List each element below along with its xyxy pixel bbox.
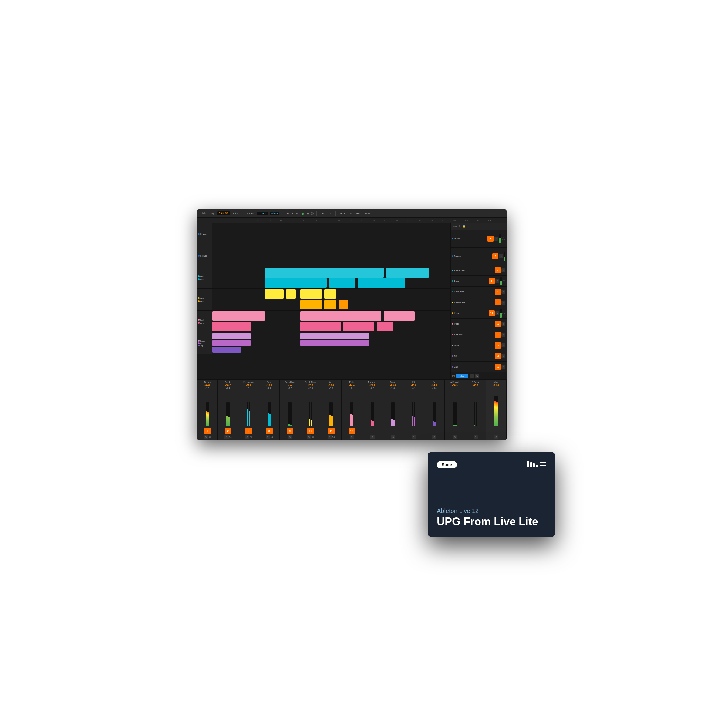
ch-perc-num[interactable]: 3 (245, 428, 252, 434)
track-pads-label[interactable]: Pads Amb (197, 310, 213, 332)
rs-drums-s[interactable]: S (494, 237, 498, 240)
keys-clip-1[interactable] (300, 300, 322, 309)
rs-fx-s[interactable]: S (502, 354, 505, 358)
key-display[interactable]: C#/D♭ (257, 212, 268, 216)
rs-drone-num[interactable]: 17 (495, 343, 501, 349)
ch-main-s-btn[interactable]: S (494, 435, 499, 439)
lock-icon[interactable]: 🔒 (463, 225, 466, 228)
scale-display[interactable]: Minor (270, 212, 280, 216)
synth-clip-3[interactable] (300, 289, 322, 299)
track-perc-label[interactable]: Perc Bass (197, 267, 213, 289)
amb-clip-3[interactable] (343, 322, 374, 331)
stop-btn[interactable]: ■ (307, 211, 309, 216)
ch-drums-s-btn[interactable]: S (204, 435, 208, 439)
track-breaks-label[interactable]: Breaks (197, 245, 213, 267)
ch-zap-s-btn[interactable]: S (432, 435, 436, 439)
rs-main-btn[interactable]: Main (456, 374, 468, 378)
bars-btn[interactable]: 2 Bars (245, 212, 255, 216)
ch-bass-num[interactable]: 8 (266, 428, 273, 434)
perc-clip-1[interactable] (265, 268, 384, 278)
position-display: 31 . 1 . 44 (285, 212, 300, 216)
pads-clip-1[interactable] (213, 311, 265, 321)
rs-hw-btn[interactable]: H (470, 374, 474, 378)
ch-b-delay-s-btn[interactable]: S (474, 435, 478, 439)
ch-bass-s-btn[interactable]: S (266, 435, 270, 439)
fx-clip-2[interactable] (300, 340, 369, 346)
drone-clip-2[interactable] (300, 333, 369, 340)
tap-btn[interactable]: Tap (209, 212, 216, 216)
rs-w-btn[interactable]: W (475, 374, 479, 378)
ch-pads-s-btn[interactable]: S (350, 435, 354, 439)
synth-clip-1[interactable] (265, 289, 284, 299)
rs-perc-s[interactable]: S (502, 268, 505, 272)
bpm-display[interactable]: 175.00 (217, 211, 230, 216)
amb-clip-2[interactable] (300, 322, 341, 331)
synth-clip-4[interactable] (324, 289, 336, 299)
rs-perc-name: Percussion (454, 269, 494, 271)
bass-clip-2[interactable] (329, 278, 355, 288)
rs-ambience-num[interactable]: 16 (495, 332, 501, 338)
rs-bass-drop-s[interactable]: S (502, 290, 505, 294)
track-drone-label[interactable]: Drone FX Zap (197, 332, 213, 354)
play-btn[interactable]: ▶ (301, 211, 305, 216)
amb-clip-4[interactable] (377, 322, 393, 331)
ch-perc-s-btn[interactable]: S (245, 435, 249, 439)
rs-bass-drop-num[interactable]: 9 (495, 289, 501, 295)
drone-fx-clips (213, 332, 450, 354)
rs-pads-s[interactable]: S (502, 322, 505, 326)
rs-bass-s[interactable]: S (496, 279, 499, 283)
track-drums-label[interactable]: Drums (197, 223, 213, 245)
synth-clip-2[interactable] (286, 289, 295, 299)
rs-bass-num[interactable]: 8 (489, 278, 495, 284)
zap-clip-1[interactable] (213, 347, 241, 353)
ch-breaks-num[interactable]: 2 (225, 428, 231, 434)
pads-clip-2[interactable] (300, 311, 381, 321)
keys-clip-2[interactable] (324, 300, 336, 309)
ch-drums-num[interactable]: 1 (204, 428, 211, 434)
ch-pads-num[interactable]: 12 (349, 428, 355, 434)
rs-perc-num[interactable]: 3 (495, 267, 501, 273)
rs-keys-meter-fill (500, 314, 502, 318)
track-synth-label[interactable]: Synth Keys (197, 289, 213, 310)
bass-clip-1[interactable] (265, 278, 327, 288)
ch-synth-num[interactable]: 10 (307, 428, 314, 434)
bass-clip-4[interactable] (386, 278, 405, 288)
ch-bass-drop-s-btn[interactable]: S (288, 435, 292, 439)
rs-keys-s[interactable]: S (496, 311, 499, 315)
rs-pads-name: Pads (454, 323, 494, 325)
time-sig: 4 / 4 (232, 212, 240, 216)
rs-zap-s[interactable]: S (502, 365, 505, 369)
perc-clip-2[interactable] (386, 268, 429, 278)
ch-synth-s-btn[interactable]: S (307, 435, 311, 439)
rs-ambience-s[interactable]: S (502, 333, 505, 337)
ch-ambience-s-btn[interactable]: S (370, 435, 375, 439)
ch-perc-extra: 54 (250, 436, 252, 438)
ch-a-reverb-s-btn[interactable]: S (453, 435, 457, 439)
ch-a-reverb-meters (453, 402, 457, 427)
fx-clip-1[interactable] (213, 340, 251, 346)
amb-clip-1[interactable] (213, 322, 251, 331)
ch-drone-s-btn[interactable]: S (391, 435, 395, 439)
rs-drone-s[interactable]: S (502, 343, 505, 347)
edit-icon[interactable]: ✎ (459, 225, 461, 228)
drone-clip-1[interactable] (213, 333, 251, 340)
ch-fx-s-btn[interactable]: S (411, 435, 416, 439)
ch-bass-drop-num[interactable]: 9 (287, 428, 293, 434)
rs-pads-num[interactable]: 12 (495, 321, 501, 327)
rs-keys-num[interactable]: 11 (489, 310, 495, 317)
ch-breaks-s-btn[interactable]: S (225, 435, 229, 439)
rs-breaks-num[interactable]: 2 (492, 253, 499, 259)
rs-zap-num[interactable]: 19 (495, 364, 501, 370)
rs-drums-num[interactable]: 1 (488, 236, 494, 242)
record-btn[interactable] (310, 212, 314, 215)
ch-pads-meters (350, 402, 353, 427)
ch-keys-s-btn[interactable]: S (327, 435, 332, 439)
link-btn[interactable]: Link (200, 212, 207, 216)
rs-synth-riser-num[interactable]: 10 (495, 300, 501, 306)
pads-clip-3[interactable] (384, 311, 414, 321)
ch-keys-num[interactable]: 11 (328, 428, 335, 434)
rs-breaks-s[interactable]: S (499, 254, 503, 258)
rs-synth-riser-s[interactable]: S (502, 301, 505, 304)
rs-fx-num[interactable]: 18 (495, 353, 501, 359)
keys-clip-3[interactable] (338, 300, 348, 309)
